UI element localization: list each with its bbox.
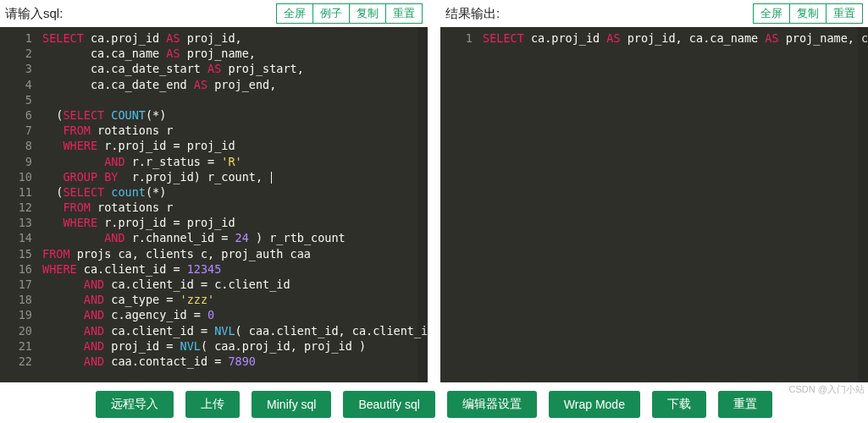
token-kw: AS xyxy=(194,78,207,91)
token-id: proj_id, ca.ca_name xyxy=(621,31,766,45)
code-line: AND r.channel_id = 24 ) r_rtb_count xyxy=(42,230,424,245)
footer-btn-0[interactable]: 远程导入 xyxy=(96,391,174,418)
line-number: 2 xyxy=(0,46,32,61)
output-panel-title: 结果输出: xyxy=(445,6,500,22)
line-number: 10 xyxy=(0,169,32,184)
output-btn-0[interactable]: 全屏 xyxy=(753,3,790,24)
token-id: proj_name, ca.ca_date_st xyxy=(779,31,868,45)
token-id: c.agency_id = xyxy=(104,308,207,321)
code-line: ca.ca_date_end AS proj_end, xyxy=(42,77,424,92)
token-id xyxy=(42,354,84,368)
token-kw: AND xyxy=(84,339,104,353)
token-kw: AND xyxy=(84,354,104,368)
token-kw: FROM xyxy=(63,201,91,214)
token-id: ca_type = xyxy=(104,293,180,306)
input-btn-2[interactable]: 复制 xyxy=(349,3,386,24)
footer-btn-5[interactable]: Wrap Mode xyxy=(549,391,640,418)
output-btn-2[interactable]: 重置 xyxy=(826,3,863,24)
token-id xyxy=(97,170,104,184)
code-line xyxy=(42,92,424,107)
line-number: 7 xyxy=(0,123,32,138)
input-panel: 请输入sql: 全屏例子复制重置 12345678910111213141516… xyxy=(0,0,428,382)
token-num: 24 xyxy=(235,231,249,244)
footer-btn-4[interactable]: 编辑器设置 xyxy=(447,391,537,418)
output-editor[interactable]: 1 SELECT ca.proj_id AS proj_id, ca.ca_na… xyxy=(440,27,868,382)
line-number: 6 xyxy=(0,107,32,123)
token-kw: GROUP xyxy=(63,170,97,184)
footer-btn-7[interactable]: 重置 xyxy=(718,391,772,418)
token-id: r.channel_id = xyxy=(125,231,235,244)
output-btn-1[interactable]: 复制 xyxy=(789,3,827,24)
token-kw: AS xyxy=(207,62,221,75)
token-kw: SELECT xyxy=(63,185,104,199)
footer-btn-1[interactable]: 上传 xyxy=(185,391,240,418)
token-id: ca.client_id = xyxy=(77,262,187,276)
token-kw: WHERE xyxy=(63,216,97,229)
token-kw: AND xyxy=(84,308,104,321)
output-scrollbar[interactable] xyxy=(858,27,868,382)
line-number: 19 xyxy=(0,307,32,322)
token-id: r.r_status = xyxy=(125,155,222,168)
code-line: WHERE r.proj_id = proj_id xyxy=(42,138,424,153)
token-id: ca.proj_id xyxy=(524,31,607,45)
line-number: 9 xyxy=(0,154,32,169)
line-number: 22 xyxy=(0,354,32,369)
output-button-group: 全屏复制重置 xyxy=(753,3,863,24)
line-number: 11 xyxy=(0,184,32,200)
token-id: r.proj_id = proj_id xyxy=(97,139,235,152)
input-scrollbar[interactable] xyxy=(417,27,428,382)
line-number: 13 xyxy=(0,215,32,230)
token-kw: BY xyxy=(104,170,118,184)
code-line: (SELECT COUNT(*) xyxy=(42,107,424,123)
token-kw: AS xyxy=(765,31,778,45)
token-id xyxy=(42,277,84,291)
token-id: proj_name, xyxy=(180,47,256,60)
token-id xyxy=(42,170,63,184)
footer-toolbar: 远程导入上传Minify sqlBeautify sql编辑器设置Wrap Mo… xyxy=(0,382,868,418)
token-id: (*) xyxy=(146,185,166,199)
input-panel-header: 请输入sql: 全屏例子复制重置 xyxy=(0,0,428,27)
input-panel-title: 请输入sql: xyxy=(5,6,63,22)
code-line: (SELECT count(*) xyxy=(42,184,424,200)
line-number: 17 xyxy=(0,277,32,292)
code-line: AND caa.contact_id = 7890 xyxy=(42,354,424,369)
token-num: 0 xyxy=(207,308,214,321)
token-kw: WHERE xyxy=(63,139,97,152)
token-id: ) r_rtb_count xyxy=(249,231,346,244)
line-number: 3 xyxy=(0,61,32,76)
token-str: 'zzz' xyxy=(180,293,215,306)
token-id xyxy=(42,124,63,137)
token-num: 12345 xyxy=(187,262,222,276)
code-line: FROM rotations r xyxy=(42,123,424,138)
token-str: 'R' xyxy=(221,155,241,168)
input-btn-3[interactable]: 重置 xyxy=(385,3,423,24)
code-line: ca.ca_date_start AS proj_start, xyxy=(42,61,424,76)
code-line: WHERE r.proj_id = proj_id xyxy=(42,215,424,230)
line-number: 14 xyxy=(0,230,32,245)
token-id: ca.ca_name xyxy=(42,47,166,60)
token-id xyxy=(42,216,63,229)
input-code-area[interactable]: SELECT ca.proj_id AS proj_id, ca.ca_name… xyxy=(37,27,428,369)
line-number: 5 xyxy=(0,92,32,107)
line-number: 8 xyxy=(0,138,32,153)
line-number: 16 xyxy=(0,261,32,277)
input-btn-0[interactable]: 全屏 xyxy=(276,3,313,24)
footer-btn-2[interactable]: Minify sql xyxy=(252,391,331,418)
code-line: ca.ca_name AS proj_name, xyxy=(42,46,424,61)
token-id: ca.ca_date_end xyxy=(42,78,194,91)
token-kw: SELECT xyxy=(483,31,524,45)
token-id xyxy=(42,324,84,338)
token-id: projs ca, clients c, proj_auth caa xyxy=(70,247,311,261)
token-kw: AND xyxy=(84,277,104,291)
code-line: AND c.agency_id = 0 xyxy=(42,307,424,322)
token-id: rotations r xyxy=(91,201,174,214)
input-btn-1[interactable]: 例子 xyxy=(312,3,350,24)
token-id xyxy=(42,293,84,306)
footer-btn-3[interactable]: Beautify sql xyxy=(343,391,434,418)
token-id: proj_start, xyxy=(221,62,304,75)
footer-btn-6[interactable]: 下载 xyxy=(652,391,706,418)
code-line: GROUP BY r.proj_id) r_count, xyxy=(42,169,424,184)
token-id: ( caa.client_id, ca.client_id ) xyxy=(235,324,428,338)
input-editor[interactable]: 12345678910111213141516171819202122 SELE… xyxy=(0,27,428,382)
token-id: ( caa.proj_id, proj_id ) xyxy=(201,339,366,353)
